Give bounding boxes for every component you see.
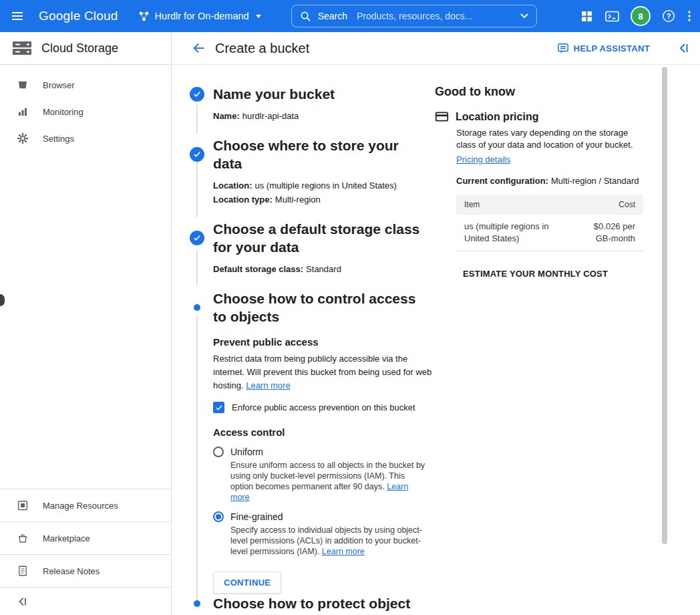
sidebar-item-browser[interactable]: Browser [0,72,171,98]
prevent-public-access-title: Prevent public access [213,336,437,348]
arrow-back-icon [192,41,206,55]
google-cloud-logo[interactable]: Google Cloud [39,9,118,23]
release-notes-icon [17,565,29,577]
step-title[interactable]: Choose a default storage class for your … [213,220,427,256]
help-assistant-button[interactable]: HELP ASSISTANT [557,42,650,54]
help-icon: ? [662,9,675,23]
uniform-label: Uniform [230,447,263,457]
field-label: Default storage class: [213,264,303,274]
product-title: Cloud Storage [41,41,118,55]
main-header: Create a bucket HELP ASSISTANT [172,32,700,65]
step-pending-indicator [194,600,200,607]
sidebar-item-monitoring[interactable]: Monitoring [0,98,171,125]
gcp-console-page: Google Cloud Hurdlr for On-demand Search… [0,0,700,615]
sidebar-nav: Browser Monitoring Settings [0,65,171,152]
check-icon [215,404,223,412]
fine-grained-description: Specify access to individual objects by … [230,525,425,557]
enforce-prevention-checkbox[interactable] [213,402,224,413]
bucket-icon [17,79,29,91]
create-bucket-form: Name your bucket Name:hurdlr-api-data Ch… [172,65,700,615]
pricing-details-link[interactable]: Pricing details [456,154,510,164]
modules-icon [581,11,592,22]
field-value: Multi-region [275,195,321,205]
sidebar-item-label: Marketplace [43,533,90,543]
vertical-scrollbar[interactable] [662,67,667,544]
check-icon [192,150,202,159]
project-icon [138,11,150,22]
project-name: Hurdlr for On-demand [155,11,249,21]
collapse-left-icon [16,596,28,608]
fine-grained-radio[interactable] [213,511,224,522]
sidebar-collapse-row [0,587,171,615]
sidebar-footer: Manage Resources Marketplace Release Not… [0,489,171,615]
learn-more-link[interactable]: Learn more [246,380,290,390]
search-placeholder: Products, resources, docs... [357,11,473,21]
menu-button[interactable] [9,8,25,24]
sidebar-item-marketplace[interactable]: Marketplace [0,521,171,554]
chevron-down-icon[interactable] [520,13,528,19]
step-done-indicator [190,231,204,245]
step-name-your-bucket: Name your bucket Name:hurdlr-api-data [172,85,480,123]
table-row: us (multiple regions in United States) $… [456,215,643,251]
field-label: Location: [213,180,252,191]
search-icon [300,11,311,22]
uniform-radio[interactable] [213,447,224,457]
column-header-cost: Cost [579,195,643,215]
location-pricing-title: Location pricing [456,111,538,123]
stepper: Name your bucket Name:hurdlr-api-data Ch… [172,65,480,607]
collapse-sidebar-button[interactable] [15,594,29,609]
gear-icon [17,132,29,144]
more-vert-icon [688,11,691,21]
step-done-indicator [190,87,204,102]
cloud-shell-button[interactable] [605,11,619,22]
enforce-prevention-row: Enforce public access prevention on this… [213,402,437,413]
check-icon [192,233,202,243]
access-option-uniform: Uniform Ensure uniform access to all obj… [213,447,437,503]
sidebar-item-settings[interactable]: Settings [0,125,171,152]
config-value: Multi-region / Standard [551,176,639,186]
field-value: Standard [306,264,341,274]
step-choose-location: Choose where to store your data Location… [172,136,480,207]
sidebar-item-label: Release Notes [43,566,100,576]
step-title[interactable]: Name your bucket [213,85,335,103]
step-title[interactable]: Choose how to control access to objects [213,289,427,326]
sidebar-item-label: Settings [43,134,74,144]
sidebar-item-manage-resources[interactable]: Manage Resources [0,489,171,521]
step-protect-object: Choose how to protect object [172,594,480,612]
search-bar[interactable]: Search Products, resources, docs... [291,5,537,27]
hamburger-icon [11,11,23,21]
help-button[interactable]: ? [662,9,675,23]
more-button[interactable] [688,11,691,21]
step-title[interactable]: Choose where to store your data [213,136,427,172]
collapse-panel-button[interactable] [677,41,691,55]
manage-resources-icon [17,499,29,511]
cell-cost: $0.026 per GB-month [579,215,643,251]
location-pricing-description: Storage rates vary depending on the stor… [456,127,638,151]
estimate-monthly-cost-button[interactable]: ESTIMATE YOUR MONTHLY COST [463,269,635,279]
chat-icon [557,42,569,54]
step-title[interactable]: Choose how to protect object [213,594,410,612]
prevent-public-access-description: Restrict data from being publicly access… [213,352,433,392]
field-value: us (multiple regions in United States) [255,180,397,191]
step-storage-class: Choose a default storage class for your … [172,220,480,276]
continue-button[interactable]: CONTINUE [213,572,281,594]
search-label: Search [318,11,347,21]
project-selector[interactable]: Hurdlr for On-demand [138,11,261,22]
good-to-know-panel: Good to know Location pricing Storage ra… [435,85,635,279]
back-button[interactable] [191,40,207,56]
sidebar-item-release-notes[interactable]: Release Notes [0,554,171,587]
avatar[interactable]: 8 [632,7,649,25]
access-control-title: Access control [213,426,437,438]
learn-more-link[interactable]: Learn more [322,547,365,556]
modules-button[interactable] [581,11,592,22]
step-active-indicator [194,304,200,311]
svg-text:?: ? [667,12,671,20]
cell-item: us (multiple regions in United States) [456,215,579,251]
access-option-fine-grained: Fine-grained Specify access to individua… [213,511,437,557]
column-header-item: Item [456,195,579,215]
sidebar-item-label: Monitoring [43,107,83,117]
help-assistant-label: HELP ASSISTANT [574,43,650,53]
check-icon [192,90,202,99]
config-label: Current configuration: [456,176,548,186]
step-done-indicator [190,147,204,162]
